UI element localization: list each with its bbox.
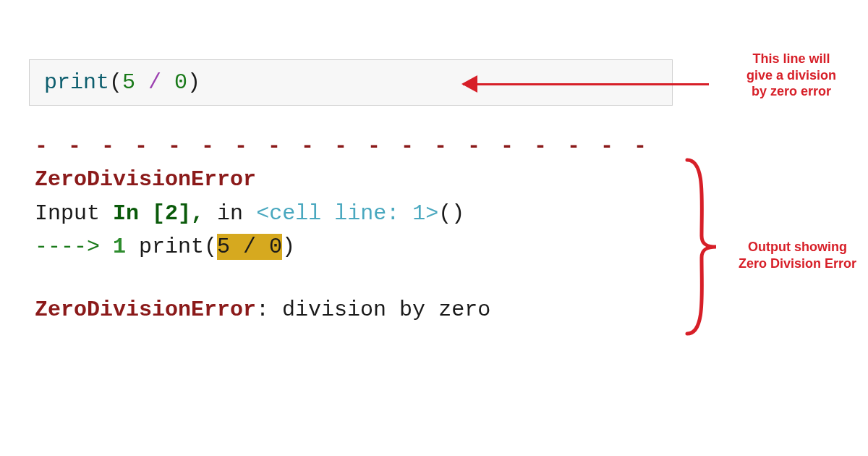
highlighted-expression: 5 / 0 [217,234,282,260]
in-word: in [217,201,243,226]
traceback-separator: - - - - - - - - - - - - - - - - - - - - … [35,134,668,159]
annotation-1-line-c: by zero error [719,83,864,100]
error-message-line: ZeroDivisionError: division by zero [35,293,490,327]
space [161,70,174,95]
comma: , [191,201,204,226]
arrow-shaft [463,83,709,85]
error-class-final: ZeroDivisionError [35,297,256,322]
error-output: ZeroDivisionError Input In [2], in <cell… [35,163,490,326]
line-number: 1 [113,235,126,259]
token-operator: / [148,70,161,95]
print-pre: print( [139,235,217,259]
annotation-text-output: Output showing Zero Division Error [727,239,868,271]
traceback-arrow-line: ----> 1 print(5 / 0) [35,230,490,264]
arrow-head-icon [461,75,477,93]
annotation-1-line-a: This line will [719,51,864,67]
token-number-2: 0 [174,70,187,95]
cell-line-ref: <cell line: 1> [256,201,438,226]
parens: () [438,201,464,226]
print-post: ) [282,235,295,259]
traceback-location-line: Input In [2], in <cell line: 1>() [35,197,490,231]
input-word: Input [35,201,100,226]
token-function: print [44,70,109,95]
arrow-indicator: ----> [35,235,100,259]
token-lparen: ( [109,70,122,95]
token-rparen: ) [187,70,200,95]
annotation-2-line-a: Output showing [727,239,868,256]
annotation-text-input: This line will give a division by zero e… [719,51,864,100]
in-bracket: In [2] [113,201,191,226]
space [135,70,148,95]
annotation-2-line-b: Zero Division Error [727,256,868,272]
token-number-1: 5 [122,70,135,95]
curly-brace-icon [680,156,723,337]
error-message: division by zero [282,297,490,322]
colon: : [256,297,269,322]
annotation-arrow-1 [463,77,709,91]
annotation-1-line-b: give a division [719,67,864,84]
error-class-name: ZeroDivisionError [35,167,256,192]
error-name-line: ZeroDivisionError [35,163,490,197]
